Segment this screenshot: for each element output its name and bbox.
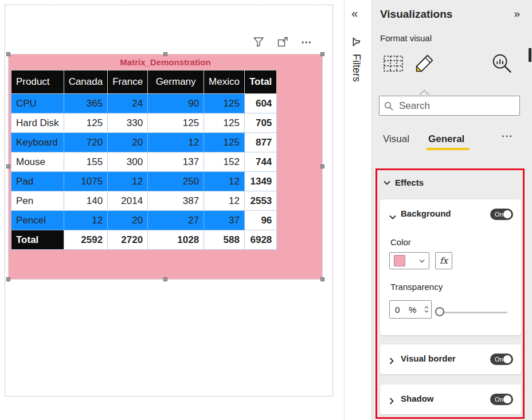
matrix-cell[interactable]: 705 — [244, 113, 276, 133]
matrix-cell[interactable]: 125 — [204, 133, 245, 152]
selection-handle[interactable] — [163, 277, 167, 281]
filters-pane-label[interactable]: Filters — [350, 54, 362, 82]
chevron-down-icon — [389, 211, 396, 222]
focus-mode-icon[interactable] — [275, 34, 290, 49]
matrix-column-header[interactable]: Product — [11, 70, 64, 94]
matrix-cell[interactable]: 744 — [244, 152, 276, 172]
format-visual-icon[interactable] — [412, 52, 436, 76]
expand-filters-button[interactable]: « — [351, 7, 358, 20]
matrix-cell[interactable]: 6928 — [244, 230, 276, 250]
matrix-cell[interactable]: 250 — [148, 172, 204, 191]
matrix-cell[interactable]: 125 — [204, 94, 245, 113]
matrix-cell[interactable]: 137 — [148, 152, 204, 172]
filter-icon[interactable] — [251, 34, 266, 49]
matrix-cell[interactable]: 12 — [108, 172, 148, 191]
matrix-cell[interactable]: 877 — [244, 133, 276, 152]
powerbi-window: ⋯ Matrix_Demonstration ProductCanadaFran… — [0, 0, 532, 420]
color-picker-dropdown[interactable] — [389, 252, 429, 269]
matrix-cell[interactable]: 1075 — [64, 172, 108, 191]
collapse-visualizations-button[interactable]: » — [514, 7, 520, 20]
matrix-cell[interactable]: 604 — [244, 94, 276, 113]
matrix-cell[interactable]: 720 — [64, 133, 108, 152]
matrix-cell[interactable]: Pencel — [11, 211, 64, 230]
matrix-cell[interactable]: Mouse — [11, 152, 64, 172]
tab-general[interactable]: General — [428, 134, 464, 145]
shadow-toggle[interactable]: On — [490, 394, 513, 405]
matrix-cell[interactable]: 12 — [204, 191, 245, 211]
build-visual-icon[interactable] — [381, 52, 405, 76]
matrix-cell[interactable]: 588 — [204, 230, 245, 250]
selection-handle[interactable] — [6, 52, 10, 56]
matrix-cell[interactable]: 24 — [108, 94, 148, 113]
matrix-cell[interactable]: 96 — [244, 211, 276, 230]
matrix-cell[interactable]: 12 — [204, 172, 245, 191]
selection-handle[interactable] — [163, 52, 167, 56]
selection-handle[interactable] — [6, 164, 10, 168]
matrix-cell[interactable]: 125 — [204, 113, 245, 133]
filters-funnel-icon[interactable] — [351, 37, 362, 49]
matrix-cell[interactable]: 20 — [108, 133, 148, 152]
report-canvas: ⋯ Matrix_Demonstration ProductCanadaFran… — [0, 0, 344, 420]
matrix-cell[interactable]: 20 — [108, 211, 148, 230]
visual-border-card-header[interactable]: Visual border On — [380, 344, 521, 374]
format-search-box[interactable] — [379, 96, 520, 116]
matrix-cell[interactable]: 90 — [148, 94, 204, 113]
matrix-column-header[interactable]: Canada — [64, 70, 108, 94]
matrix-cell[interactable]: 12 — [148, 133, 204, 152]
matrix-visual[interactable]: Matrix_Demonstration ProductCanadaFrance… — [8, 54, 323, 280]
matrix-cell[interactable]: 330 — [108, 113, 148, 133]
tab-visual[interactable]: Visual — [383, 134, 409, 145]
matrix-cell[interactable]: Total — [11, 230, 64, 250]
matrix-column-header[interactable]: Germany — [148, 70, 204, 94]
matrix-cell[interactable]: 365 — [64, 94, 108, 113]
analytics-icon[interactable] — [490, 52, 514, 76]
tabs-more-icon[interactable]: ··· — [502, 131, 513, 142]
matrix-row: CPU3652490125604 — [11, 94, 277, 113]
matrix-column-header[interactable]: Total — [244, 70, 276, 94]
selection-handle[interactable] — [320, 52, 324, 56]
matrix-cell[interactable]: 12 — [64, 211, 108, 230]
matrix-column-header[interactable]: Mexico — [204, 70, 245, 94]
background-toggle[interactable]: On — [490, 209, 513, 220]
shadow-card-header[interactable]: Shadow On — [380, 384, 521, 414]
matrix-cell[interactable]: 387 — [148, 191, 204, 211]
matrix-cell[interactable]: 2592 — [64, 230, 108, 250]
spinner-buttons[interactable] — [424, 306, 429, 313]
matrix-cell[interactable]: CPU — [11, 94, 64, 113]
matrix-cell[interactable]: Keyboard — [11, 133, 64, 152]
matrix-cell[interactable]: Pad — [11, 172, 64, 191]
matrix-cell[interactable]: Pen — [11, 191, 64, 211]
background-card-header[interactable]: Background On — [380, 199, 521, 229]
matrix-cell[interactable]: 2720 — [108, 230, 148, 250]
matrix-cell[interactable]: 2014 — [108, 191, 148, 211]
matrix-cell[interactable]: 1028 — [148, 230, 204, 250]
matrix-cell[interactable]: 155 — [64, 152, 108, 172]
visual-border-toggle[interactable]: On — [490, 354, 513, 365]
matrix-cell[interactable]: 1349 — [244, 172, 276, 191]
matrix-cell[interactable]: 300 — [108, 152, 148, 172]
matrix-column-header[interactable]: France — [108, 70, 148, 94]
selection-handle[interactable] — [6, 277, 10, 281]
transparency-input[interactable] — [394, 304, 409, 315]
matrix-cell[interactable]: 125 — [148, 113, 204, 133]
matrix-cell[interactable]: 37 — [204, 211, 245, 230]
fx-conditional-format-button[interactable]: fx — [435, 252, 452, 269]
shadow-card: Shadow On — [380, 384, 521, 414]
effects-section-header[interactable]: Effects — [384, 178, 424, 187]
matrix-cell[interactable]: 27 — [148, 211, 204, 230]
transparency-input-box[interactable]: % — [389, 300, 432, 319]
matrix-cell[interactable]: 140 — [64, 191, 108, 211]
pane-scrollbar[interactable] — [529, 48, 531, 62]
more-options-icon[interactable]: ⋯ — [299, 34, 314, 49]
matrix-cell[interactable]: 125 — [64, 113, 108, 133]
visual-border-label: Visual border — [401, 354, 456, 363]
search-input[interactable] — [398, 100, 527, 112]
transparency-slider-track[interactable] — [440, 312, 507, 313]
matrix-cell[interactable]: 2553 — [244, 191, 276, 211]
selection-handle[interactable] — [320, 277, 324, 281]
transparency-slider-handle[interactable] — [435, 307, 444, 316]
color-label: Color — [390, 237, 411, 247]
matrix-cell[interactable]: Hard Disk — [11, 113, 64, 133]
selection-handle[interactable] — [320, 164, 324, 168]
matrix-cell[interactable]: 152 — [204, 152, 245, 172]
